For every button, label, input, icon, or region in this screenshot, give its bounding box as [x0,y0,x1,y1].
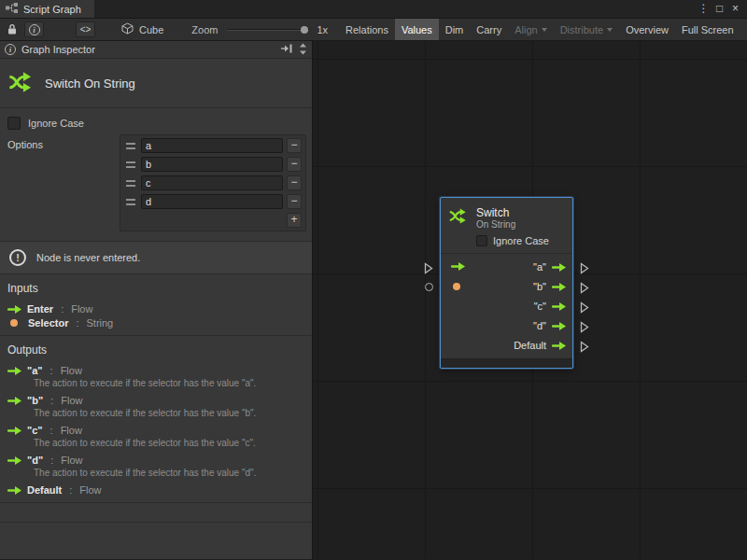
separator: : [50,455,53,466]
inputs-section: Inputs Enter : Flow Selector : String [0,274,312,335]
enter-external-port[interactable] [424,262,433,274]
maximize-icon[interactable]: □ [712,0,727,18]
options-list: − − − − + [120,134,306,231]
graph-inspector-title: Graph Inspector [21,44,95,55]
remove-option-button[interactable]: − [287,194,302,209]
option-input[interactable] [141,194,283,209]
node-title: Switch [476,206,515,219]
dock-panel-icon[interactable] [280,44,292,55]
separator: : [61,303,63,315]
full-screen-button[interactable]: Full Screen [675,19,740,40]
zoom-label: Zoom [191,24,218,35]
option-input[interactable] [141,175,283,190]
output-external-port-b[interactable] [580,282,589,294]
graph-inspector-panel: i Graph Inspector Switch On String Ignor… [0,41,313,559]
unit-title-block: Switch On String [0,59,312,107]
add-option-button[interactable]: + [287,213,302,228]
flow-arrow-icon [7,397,21,405]
flow-arrow-icon[interactable] [552,283,566,291]
dim-label: Dim [445,24,464,35]
remove-option-button[interactable]: − [287,157,302,172]
scroll-arrows-icon[interactable] [299,43,307,57]
node-output-row: "c" [534,300,566,313]
output-external-port-c[interactable] [580,301,589,314]
input-row: Selector : String [7,317,304,329]
node-output-row: "d" [533,319,566,332]
output-external-port-default[interactable] [580,341,589,353]
warning-text: Node is never entered. [36,252,140,263]
selector-external-port[interactable] [425,283,433,291]
graph-inspector-header: i Graph Inspector [0,41,312,59]
relations-label: Relations [345,24,388,35]
ignore-case-row: Ignore Case [0,108,312,130]
align-label: Align [514,24,537,35]
option-row: − [122,155,303,174]
close-icon[interactable]: × [727,0,743,18]
outputs-section: Outputs "a" : Flow The action to execute… [0,336,312,502]
option-input[interactable] [141,157,283,172]
ignore-case-checkbox[interactable] [476,235,487,246]
tab-label: Script Graph [23,4,81,15]
warning-icon: ! [9,249,26,266]
tab-script-graph[interactable]: Script Graph [0,0,94,18]
drag-handle-icon[interactable] [126,161,135,168]
node-port-label: "c" [534,301,546,312]
node-port-label: "a" [533,261,546,273]
separator: : [50,395,53,406]
lock-icon[interactable] [7,21,18,37]
flow-arrow-icon[interactable] [552,302,566,311]
inputs-heading: Inputs [7,282,304,295]
output-description: The action to execute if the selector ha… [34,438,304,449]
flow-arrow-icon[interactable] [552,342,566,350]
zoom-slider[interactable] [227,23,309,36]
distribute-button[interactable]: Distribute [554,19,619,40]
node-port-label: "b" [533,281,546,292]
flow-arrow-icon[interactable] [552,322,566,330]
outputs-heading: Outputs [7,343,304,357]
output-name: "a" [27,365,43,376]
full-screen-label: Full Screen [682,24,734,35]
drag-handle-icon[interactable] [126,143,135,149]
overview-button[interactable]: Overview [619,19,675,40]
window-menu-icon[interactable]: ⋮ [696,0,712,18]
selector-port-icon[interactable] [453,283,460,290]
inspector-toggle-button[interactable]: i [24,21,44,37]
drag-handle-icon[interactable] [126,199,135,205]
enter-port-icon[interactable] [451,262,465,271]
chevron-down-icon [542,28,547,32]
input-type: String [86,317,113,329]
dim-button[interactable]: Dim [439,19,471,40]
graph-canvas[interactable]: Switch On String Ignore Case "a" "b" [313,41,747,559]
node-port-label: Default [514,340,546,351]
drag-handle-icon[interactable] [126,180,135,187]
values-button[interactable]: Values [395,19,439,40]
window-controls: ⋮ □ × [696,0,747,18]
flow-arrow-icon[interactable] [552,263,566,272]
ignore-case-checkbox[interactable] [7,117,21,130]
node-port-label: "d" [533,320,546,331]
graph-target[interactable]: Cube [121,22,163,36]
zoom-slider-handle[interactable] [301,26,308,34]
input-name: Selector [28,317,68,329]
output-external-port-a[interactable] [580,262,589,274]
options-footer: + [122,211,303,229]
remove-option-button[interactable]: − [287,175,302,190]
main-area: i Graph Inspector Switch On String Ignor… [0,41,747,559]
switch-on-string-node[interactable]: Switch On String Ignore Case "a" "b" [440,197,573,369]
option-input[interactable] [141,138,283,153]
align-button[interactable]: Align [508,19,553,40]
output-type: Flow [61,365,82,376]
node-subtitle: On String [476,219,515,231]
output-external-port-d[interactable] [580,321,589,333]
carry-button[interactable]: Carry [470,19,508,40]
output-type: Flow [61,455,82,466]
node-ignore-case-row: Ignore Case [441,233,572,253]
remove-option-button[interactable]: − [287,138,302,153]
output-name: "c" [27,425,43,436]
flow-arrow-icon [7,427,21,435]
edit-script-button[interactable]: <> [76,21,95,37]
distribute-label: Distribute [560,24,603,35]
output-type: Flow [61,395,82,406]
flow-arrow-icon [7,305,21,314]
relations-button[interactable]: Relations [339,19,395,40]
